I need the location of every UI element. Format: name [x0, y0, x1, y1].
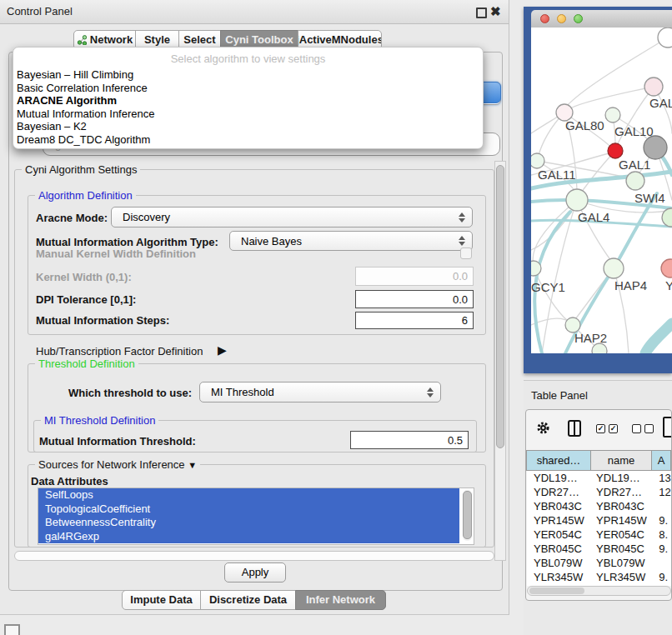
algorithm-list-item[interactable]: Basic Correlation Inference	[13, 82, 483, 95]
node-hap4[interactable]	[604, 258, 624, 278]
settings-vertical-scrollbar[interactable]	[494, 161, 506, 561]
data-attribute-item[interactable]: gal4RGexp	[38, 530, 459, 544]
table-row[interactable]: YBR045CYBR045C9.	[527, 542, 672, 556]
mi-threshold-field[interactable]: 0.5	[350, 431, 469, 449]
node-gcy1[interactable]	[531, 261, 541, 276]
node-swi4[interactable]	[626, 172, 644, 190]
manual-kernel-checkbox[interactable]	[460, 248, 472, 259]
table-panel-box: ✓ ✓ shared…nameA YDL19…YDL19…13YDR27…YDR…	[525, 409, 672, 601]
gear-icon[interactable]	[536, 421, 550, 438]
kernel-width-field[interactable]: 0.0	[355, 267, 474, 286]
node-unlabeled-salmon[interactable]	[661, 259, 672, 278]
combobox-arrows-icon	[459, 236, 465, 246]
table-cell: YDL19…	[527, 471, 591, 485]
node-gal11[interactable]	[531, 153, 544, 168]
aracne-mode-combobox[interactable]: Discovery	[111, 207, 473, 228]
table-cell: YLR345W	[527, 570, 591, 584]
unchecked-checkbox-icon[interactable]	[644, 424, 654, 433]
tab-impute-data[interactable]: Impute Data	[122, 590, 201, 610]
network-graph[interactable]: GAL2GAL80GAL10GAL1GAL11SWI4GAL4GCY1HAP4Y…	[531, 28, 672, 353]
mi-steps-field[interactable]: 6	[355, 312, 474, 329]
network-edge[interactable]	[645, 323, 672, 353]
algorithm-list-item[interactable]: Bayesian – Hill Climbing	[13, 68, 483, 82]
which-threshold-value: MI Threshold	[211, 386, 274, 398]
table-row[interactable]: YBL079WYBL079W	[527, 556, 672, 570]
node-gal2[interactable]	[644, 78, 663, 96]
collapse-arrow-icon[interactable]: ▼	[188, 460, 197, 470]
algorithm-list: Bayesian – Hill ClimbingBasic Correlatio…	[13, 68, 483, 146]
data-attribute-item[interactable]: SelfLoops	[38, 488, 459, 502]
algorithm-list-item[interactable]: ARACNE Algorithm	[13, 94, 483, 108]
node-unlabeled-gray[interactable]	[644, 136, 667, 159]
table-row[interactable]: YDL19…YDL19…13	[527, 471, 672, 485]
table-row[interactable]: YER054CYER054C8.	[527, 528, 672, 542]
collapsed-panel-icon[interactable]	[4, 624, 20, 635]
network-edge[interactable]	[534, 268, 568, 321]
algorithm-list-item[interactable]: Bayesian – K2	[13, 120, 483, 133]
mi-threshold-value: 0.5	[448, 434, 463, 447]
table-cell: YLR345W	[591, 570, 652, 584]
close-traffic-light-icon[interactable]	[540, 14, 549, 23]
checked-checkbox-icon[interactable]: ✓	[596, 424, 605, 433]
node-label-gal10: GAL10	[614, 124, 654, 138]
network-window-titlebar[interactable]	[531, 10, 672, 28]
data-attribute-item[interactable]: BetweennessCentrality	[38, 516, 459, 530]
table-cell: YDR27…	[591, 485, 652, 499]
tab-discretize-data[interactable]: Discretize Data	[200, 590, 296, 610]
node-gal4[interactable]	[566, 189, 588, 211]
unchecked-checkbox-icon[interactable]	[632, 424, 641, 433]
close-icon[interactable]: ✖	[490, 4, 501, 19]
minimize-traffic-light-icon[interactable]	[557, 14, 566, 23]
table-cell: YDL19…	[591, 471, 652, 485]
combobox-arrow-button[interactable]	[483, 82, 501, 103]
table-scrollbar-thumb[interactable]	[529, 588, 584, 594]
attributes-list-scrollbar[interactable]	[463, 490, 472, 541]
settings-scrollbar-thumb[interactable]	[496, 165, 504, 448]
data-attribute-item[interactable]: TopologicalCoefficient	[38, 502, 459, 517]
table-row[interactable]: YPR145WYPR145W9.	[527, 513, 672, 528]
network-canvas[interactable]: GAL2GAL80GAL10GAL1GAL11SWI4GAL4GCY1HAP4Y…	[531, 28, 672, 353]
network-edge[interactable]	[531, 115, 560, 133]
algorithm-list-item[interactable]: Dream8 DC_TDC Algorithm	[13, 133, 483, 147]
node-gal1[interactable]	[608, 143, 623, 158]
table-panel: Table Panel ✓ ✓ shared…nameA YDL19…YDL19…	[524, 380, 672, 635]
data-attributes-label: Data Attributes	[31, 475, 108, 488]
hub-definition-label[interactable]: Hub/Transcription Factor Definition	[36, 345, 203, 358]
columns-icon[interactable]	[568, 420, 581, 437]
column-header-a[interactable]: A	[651, 450, 671, 471]
table-body: YDL19…YDL19…13YDR27…YDR27…12YBR043CYBR04…	[527, 471, 672, 586]
table-cell: YDR27…	[527, 485, 591, 499]
table-cell: 13	[652, 471, 672, 485]
column-header-shared[interactable]: shared…	[526, 450, 591, 471]
node-label-y: Y	[665, 278, 672, 292]
mi-algorithm-type-combobox[interactable]: Naive Bayes	[229, 231, 473, 251]
table-horizontal-scrollbar[interactable]	[527, 586, 671, 596]
node-unlabeled-top[interactable]	[658, 28, 672, 48]
column-header-name[interactable]: name	[590, 450, 652, 471]
table-cell: 9.	[652, 542, 672, 556]
algorithm-list-item[interactable]: Mutual Information Inference	[13, 108, 483, 121]
apply-button[interactable]: Apply	[224, 562, 286, 582]
which-threshold-combobox[interactable]: MI Threshold	[199, 382, 441, 402]
table-row[interactable]: YLR345WYLR345W9.	[527, 570, 672, 584]
settings-horizontal-scrollbar[interactable]	[14, 551, 494, 561]
tab-infer-network[interactable]: Infer Network	[295, 590, 386, 610]
network-edge[interactable]	[570, 87, 654, 108]
node-label-hap2: HAP2	[574, 331, 607, 345]
float-window-icon[interactable]	[476, 8, 487, 18]
zoom-traffic-light-icon[interactable]	[574, 14, 583, 23]
attributes-scrollbar-thumb[interactable]	[463, 491, 472, 539]
dpi-tolerance-field[interactable]: 0.0	[355, 290, 474, 308]
checked-checkbox-icon[interactable]: ✓	[609, 424, 618, 433]
node-gal10[interactable]	[605, 108, 620, 122]
aracne-mode-value: Discovery	[123, 211, 170, 223]
manual-kernel-label: Manual Kernel Width Definition	[36, 248, 196, 260]
data-attributes-list[interactable]: SelfLoopsTopologicalCoefficientBetweenne…	[38, 488, 474, 545]
table-row[interactable]: YDR27…YDR27…12	[527, 485, 672, 499]
table-row[interactable]: YBR043CYBR043C	[527, 499, 672, 513]
document-icon[interactable]	[663, 417, 672, 438]
expand-arrow-icon[interactable]: ▶	[218, 343, 227, 357]
kernel-width-value: 0.0	[453, 270, 468, 282]
node-label-gal11: GAL11	[538, 168, 576, 182]
tab-label: Infer Network	[306, 591, 375, 609]
